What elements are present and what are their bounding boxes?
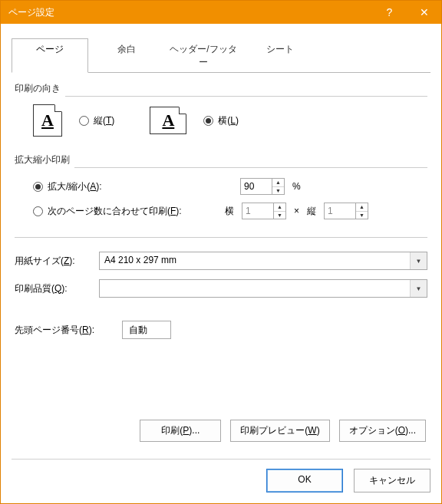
scaling-adjust-input[interactable] xyxy=(241,179,272,194)
radio-dot-icon xyxy=(203,116,213,126)
paper-size-combobox[interactable]: A4 210 x 297 mm ▼ xyxy=(99,252,427,270)
window-title: ページ設定 xyxy=(8,6,372,19)
chevron-down-icon[interactable]: ▼ xyxy=(410,280,427,297)
content: ページ 余白 ヘッダー/フッター シート 印刷の向き A 縦(T) A xyxy=(1,24,441,456)
spinner-up-icon[interactable]: ▲ xyxy=(272,179,284,187)
orientation-row: A 縦(T) A 横(L) xyxy=(15,98,427,152)
options-button[interactable]: オプション(O)... xyxy=(339,420,426,442)
scaling-adjust-radio[interactable]: 拡大/縮小(A): xyxy=(33,180,233,193)
orientation-portrait-radio[interactable]: 縦(T) xyxy=(79,114,114,127)
cancel-button[interactable]: キャンセル xyxy=(354,469,430,492)
fit-wide-spinner[interactable]: ▲▼ xyxy=(242,203,286,219)
spinner-down-icon[interactable]: ▼ xyxy=(274,212,285,219)
page-fold-icon xyxy=(54,104,62,112)
portrait-page-icon: A xyxy=(33,104,62,137)
scaling-group-label: 拡大縮小印刷 xyxy=(15,152,70,170)
first-page-label: 先頭ページ番号(R): xyxy=(15,324,122,337)
orientation-group-label: 印刷の向き xyxy=(15,81,61,98)
close-button[interactable]: ✕ xyxy=(407,1,441,24)
fit-tall-spinner[interactable]: ▲▼ xyxy=(324,203,368,219)
ok-button[interactable]: OK xyxy=(266,469,343,492)
divider xyxy=(15,237,427,238)
tab-page[interactable]: ページ xyxy=(12,38,88,73)
print-button[interactable]: 印刷(P)... xyxy=(140,420,221,442)
paper-size-label: 用紙サイズ(Z): xyxy=(15,255,99,268)
help-button[interactable]: ? xyxy=(372,1,407,24)
orientation-landscape-radio[interactable]: 横(L) xyxy=(203,114,239,127)
divider xyxy=(74,167,427,168)
tab-headerfooter[interactable]: ヘッダー/フッター xyxy=(165,38,242,73)
print-preview-button[interactable]: 印刷プレビュー(W) xyxy=(230,420,329,442)
spinner-up-icon[interactable]: ▲ xyxy=(274,203,285,212)
spinner-down-icon[interactable]: ▼ xyxy=(356,212,368,219)
page-setup-dialog: ページ設定 ? ✕ ページ 余白 ヘッダー/フッター シート 印刷の向き A xyxy=(0,0,442,504)
dialog-button-row: OK キャンセル xyxy=(1,460,441,503)
tab-margins[interactable]: 余白 xyxy=(88,38,165,73)
first-page-input[interactable]: 自動 xyxy=(122,321,171,339)
print-quality-combobox[interactable]: ▼ xyxy=(99,279,427,298)
tab-body: 印刷の向き A 縦(T) A 横(L) xyxy=(12,73,430,446)
print-quality-value xyxy=(100,280,410,297)
tab-sheet[interactable]: シート xyxy=(242,38,318,73)
fit-tall-label: 縦 xyxy=(307,205,316,218)
print-quality-label: 印刷品質(Q): xyxy=(15,282,99,295)
paper-size-value: A4 210 x 297 mm xyxy=(100,252,410,269)
scaling-fit-radio[interactable]: 次のページ数に合わせて印刷(F): xyxy=(33,205,217,218)
radio-dot-icon xyxy=(33,182,43,192)
spinner-up-icon[interactable]: ▲ xyxy=(356,203,368,212)
chevron-down-icon[interactable]: ▼ xyxy=(410,252,427,269)
titlebar[interactable]: ページ設定 ? ✕ xyxy=(1,1,441,24)
divider xyxy=(65,96,427,97)
radio-dot-icon xyxy=(33,206,43,216)
landscape-page-icon: A xyxy=(150,107,186,134)
fit-wide-input[interactable] xyxy=(242,203,273,219)
fit-tall-input[interactable] xyxy=(325,203,355,219)
page-fold-icon xyxy=(179,107,186,114)
scaling-adjust-spinner[interactable]: ▲▼ xyxy=(240,178,285,195)
spinner-down-icon[interactable]: ▼ xyxy=(272,187,284,195)
fit-times-label: × xyxy=(294,206,299,216)
fit-wide-label: 横 xyxy=(225,205,234,218)
tabstrip: ページ 余白 ヘッダー/フッター シート xyxy=(12,38,430,73)
percent-label: % xyxy=(292,181,301,192)
radio-dot-icon xyxy=(79,116,89,126)
